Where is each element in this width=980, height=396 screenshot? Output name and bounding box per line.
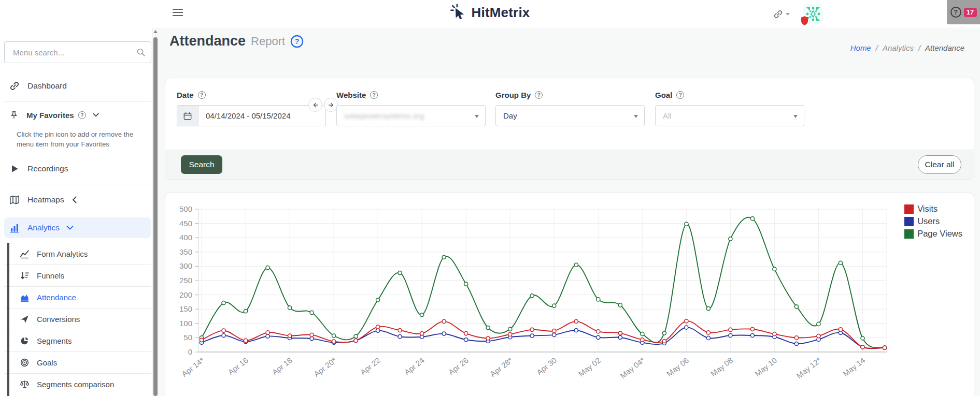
legend-swatch xyxy=(904,217,914,226)
svg-text:350: 350 xyxy=(179,247,192,256)
legend-label: Visits xyxy=(917,203,938,214)
page-subtitle: Report xyxy=(251,35,285,48)
search-icon xyxy=(136,48,146,57)
legend-swatch xyxy=(904,204,914,214)
search-button[interactable]: Search xyxy=(181,155,222,174)
map-icon xyxy=(9,195,20,205)
sidebar-item-recordings[interactable]: Recordings xyxy=(4,158,151,179)
attendance-line-chart: 050100150200250300350400450500Apr 14*Apr… xyxy=(165,193,974,396)
filter-website: Website? solarpowersystems.org xyxy=(336,90,486,126)
legend-item-visits[interactable]: Visits xyxy=(904,203,962,214)
sidebar-item-segments[interactable]: Segments xyxy=(4,330,151,351)
date-range-input[interactable] xyxy=(198,111,325,120)
goal-label: Goal xyxy=(655,91,672,99)
breadcrumb-analytics[interactable]: Analytics xyxy=(883,43,914,52)
analytics-submenu: Form AnalyticsFunnelsAttendanceConversio… xyxy=(4,243,151,395)
filter-actions-strip: Search Clear all xyxy=(165,150,974,179)
question-circle-icon: ? xyxy=(78,111,86,119)
sidebar-item-my-favorites[interactable]: My Favorites ? xyxy=(4,106,151,124)
menu-search-box[interactable] xyxy=(4,41,151,63)
date-label: Date xyxy=(177,91,194,99)
filter-panel: Date? Website? solarpowersystems.org xyxy=(165,78,974,180)
sidebar-item-label: Analytics xyxy=(27,223,60,232)
sidebar-item-dashboard[interactable]: Dashboard xyxy=(4,75,151,97)
sidebar-item-segments-comparison[interactable]: Segments comparison xyxy=(4,373,151,395)
cursor-logo-icon xyxy=(450,4,466,21)
date-range-field[interactable] xyxy=(177,105,326,126)
sidebar-item-form-analytics[interactable]: Form Analytics xyxy=(4,243,151,265)
question-circle-icon: ? xyxy=(198,91,206,99)
filter-goal: Goal? All xyxy=(655,90,804,126)
report-help-icon[interactable] xyxy=(290,35,304,48)
svg-text:May 10: May 10 xyxy=(753,356,778,378)
question-circle-icon: ? xyxy=(676,91,684,99)
play-icon xyxy=(9,164,20,174)
svg-text:100: 100 xyxy=(179,319,192,328)
area-chart-icon xyxy=(20,292,30,302)
brand-logo: HitMetrix xyxy=(450,4,530,21)
svg-text:Apr 24: Apr 24 xyxy=(403,356,426,377)
caret-down-icon xyxy=(786,13,790,16)
sidebar-divider xyxy=(4,185,151,185)
clear-all-button[interactable]: Clear all xyxy=(918,155,961,174)
send-icon xyxy=(20,314,30,324)
sidebar-item-label: Conversions xyxy=(37,315,80,324)
sidebar-item-label: Heatmaps xyxy=(27,195,64,204)
sidebar-item-conversions[interactable]: Conversions xyxy=(4,308,151,330)
pin-icon xyxy=(9,110,19,120)
legend-label: Page Views xyxy=(917,228,962,239)
sidebar-divider xyxy=(4,101,151,102)
page-title: Attendance xyxy=(169,33,246,49)
help-widget[interactable]: ? 17 xyxy=(947,0,980,24)
legend-item-users[interactable]: Users xyxy=(904,216,962,227)
scale-icon xyxy=(20,379,30,389)
previous-period-button[interactable] xyxy=(308,98,322,112)
website-label: Website xyxy=(336,91,366,99)
svg-text:300: 300 xyxy=(179,261,192,270)
user-avatar[interactable] xyxy=(803,4,823,24)
sidebar-item-label: Segments xyxy=(37,336,72,345)
menu-hamburger-button[interactable] xyxy=(173,8,183,17)
sidebar-item-heatmaps[interactable]: Heatmaps xyxy=(4,190,151,210)
menu-search-input[interactable] xyxy=(12,48,136,57)
app-root: HitMetrix ? 17 Dashboard xyxy=(0,0,980,396)
legend-item-page-views[interactable]: Page Views xyxy=(904,228,962,239)
svg-text:400: 400 xyxy=(179,233,192,242)
sidebar-item-goals[interactable]: Goals xyxy=(4,351,151,373)
question-circle-icon: ? xyxy=(370,91,378,99)
svg-text:Apr 20*: Apr 20* xyxy=(312,356,338,378)
brand-name: HitMetrix xyxy=(471,5,530,21)
svg-text:Apr 16: Apr 16 xyxy=(226,356,250,377)
svg-text:Apr 14*: Apr 14* xyxy=(180,356,206,378)
filter-group-by: Group By? Day xyxy=(495,90,645,126)
breadcrumb-home[interactable]: Home xyxy=(850,43,871,52)
sidebar-item-label: Attendance xyxy=(37,293,76,302)
website-select[interactable]: solarpowersystems.org xyxy=(336,105,486,126)
filter-date: Date? xyxy=(177,90,326,126)
goal-select-value: All xyxy=(656,111,672,120)
svg-text:500: 500 xyxy=(179,204,192,213)
next-period-button[interactable] xyxy=(324,98,338,112)
attendance-chart-card: 050100150200250300350400450500Apr 14*Apr… xyxy=(165,193,974,396)
caret-down-icon xyxy=(475,115,479,118)
svg-text:Apr 18: Apr 18 xyxy=(271,356,294,377)
scrollbar-thumb[interactable] xyxy=(153,37,158,396)
share-link-menu[interactable] xyxy=(773,9,790,19)
breadcrumb-attendance: Attendance xyxy=(925,43,964,52)
sidebar-item-analytics[interactable]: Analytics xyxy=(4,217,151,238)
breadcrumb-separator: / xyxy=(918,43,920,52)
sidebar-scrollbar[interactable] xyxy=(152,28,158,396)
svg-text:May 06: May 06 xyxy=(665,356,690,378)
svg-text:50: 50 xyxy=(183,333,192,342)
main-content: Attendance Report Home/Analytics/Attenda… xyxy=(158,28,980,396)
date-nav xyxy=(308,98,338,112)
sidebar-item-funnels[interactable]: Funnels xyxy=(4,265,151,286)
calendar-icon-box[interactable] xyxy=(177,106,198,126)
goal-select[interactable]: All xyxy=(655,105,804,126)
svg-text:250: 250 xyxy=(179,276,192,285)
sidebar-item-attendance[interactable]: Attendance xyxy=(4,286,151,308)
scrollbar-up-arrow[interactable] xyxy=(153,30,158,33)
arrow-left-icon xyxy=(312,101,319,109)
caret-down-icon xyxy=(634,115,638,118)
group-by-select[interactable]: Day xyxy=(495,105,645,126)
